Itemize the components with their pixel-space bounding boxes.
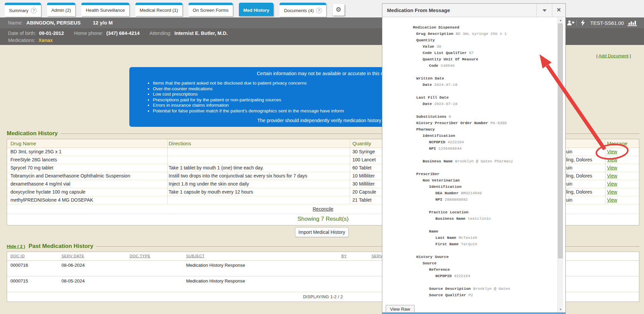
lightning-icon[interactable] (581, 17, 585, 28)
tab-label: On Screen Forms (193, 8, 229, 13)
field-value: Tarquin (461, 242, 477, 246)
dialog-scrollbar[interactable] (557, 17, 563, 312)
prescriber-cell: uin (566, 181, 572, 187)
dialog-title: Medication From Message (387, 4, 450, 17)
col-subject[interactable]: SUBJECT (186, 254, 205, 258)
help-icon[interactable] (316, 8, 322, 13)
field-label: Written Date (416, 76, 444, 81)
scroll-up-icon[interactable] (558, 17, 563, 23)
drug-name-cell: Sprycel 70 mg tablet (10, 165, 53, 170)
dob-value: 09-01-2012 (39, 31, 64, 36)
col-by[interactable]: BY (341, 254, 347, 258)
scrollbar-thumb[interactable] (558, 23, 563, 258)
quantity-cell: 20 Capsule (352, 189, 376, 195)
dob-label: Date of birth: (8, 31, 36, 36)
field-label: DEA Number (435, 191, 459, 195)
message-detail-content: Medication Dispensed Drug DescriptionBD … (382, 17, 557, 314)
medications-value[interactable]: Xanax (38, 38, 53, 43)
prescriber-cell: ling, Dolores (566, 189, 592, 195)
drug-name-cell: Tobramycin and Dexamethasone Ophthalmic … (10, 173, 130, 178)
field-value: P2 (468, 293, 473, 297)
field-value: 2888888882 (445, 197, 468, 202)
tab-health-surveillance[interactable]: Health Surveillance (81, 3, 129, 16)
help-icon[interactable] (31, 8, 37, 13)
field-label: NPI (429, 146, 436, 151)
column-divider (605, 139, 605, 204)
col-doc-type[interactable]: DOC TYPE (130, 254, 151, 258)
tab-med-history[interactable]: Med History (239, 3, 273, 16)
prescriber-cell: ling, Dolores (566, 157, 592, 162)
view-message-link[interactable]: View (607, 149, 617, 154)
view-message-link[interactable]: View (607, 165, 617, 170)
field-value: 4222154 (454, 274, 470, 278)
field-label: Date (423, 83, 432, 87)
field-label: Name (429, 229, 438, 233)
field-label: Last Name (435, 235, 456, 240)
col-directions: Directions (169, 141, 191, 146)
field-label: Pharmacy (416, 127, 435, 132)
field-value: BD 3mL syringe 25G x 1 (456, 32, 507, 36)
drug-name-cell: BD 3mL syringe 25G x 1 (10, 149, 61, 154)
doc-id-cell: 0000716 (10, 263, 28, 268)
col-doc-id[interactable]: DOC ID (10, 254, 25, 258)
field-value: Brooklyn @ Gates (473, 286, 510, 291)
col-quantity: Quantity (352, 141, 371, 146)
subject-cell: Medication History Response (186, 263, 245, 268)
field-label: NPI (435, 197, 442, 202)
col-drug-name: Drug Name (10, 141, 36, 146)
name-label: Name: (8, 20, 23, 25)
reconcile-link[interactable]: Reconcile (313, 206, 333, 212)
tab-summary[interactable]: Summary (5, 3, 41, 17)
field-label: Substitutions (416, 114, 446, 119)
quantity-cell: 10 Milliliter (352, 173, 375, 178)
directions-cell: Inject 1.8 mg under the skin once daily (169, 181, 249, 187)
tab-label: Med History (243, 8, 269, 13)
dialog-titlebar: Medication From Message (382, 4, 565, 17)
field-label: Identification (423, 134, 455, 138)
field-label: Medication Dispensed (413, 25, 459, 30)
field-label: Last Fill Date (416, 95, 449, 100)
view-message-link[interactable]: View (607, 157, 617, 162)
tab-admin[interactable]: Admin (2) (47, 3, 76, 16)
view-message-link[interactable]: View (607, 189, 617, 195)
field-label: Identification (429, 185, 462, 189)
column-divider (350, 139, 350, 204)
field-label: Date (423, 102, 432, 106)
field-value: C48540 (441, 63, 455, 68)
field-value: 4222154 (447, 140, 464, 144)
field-value: 2024-07-18 (434, 102, 458, 106)
serv-date-cell: 08-05-2024 (61, 278, 85, 283)
chevron-down-icon[interactable] (536, 4, 552, 17)
tab-documents[interactable]: Documents (4) (280, 3, 326, 17)
drug-name-cell: dexamethasone 4 mg/ml vial (10, 181, 70, 187)
close-icon[interactable] (552, 4, 565, 17)
tab-on-screen-forms[interactable]: On Screen Forms (188, 3, 233, 16)
quantity-cell: 100 Lancet (352, 157, 376, 162)
field-value: testclinic (468, 216, 491, 221)
hide-link[interactable]: Hide ( 2 ) (7, 244, 25, 249)
view-message-link[interactable]: View (607, 181, 617, 187)
field-label: Quantity Unit Of Measure (423, 57, 478, 61)
field-label: Non Veterinarian (423, 178, 460, 182)
toolbar-divider (576, 20, 577, 26)
add-person-icon[interactable] (566, 17, 574, 28)
drug-name-cell: doxycycline hyclate 100 mg capsule (10, 189, 85, 195)
field-value: 87 (469, 51, 474, 55)
message-line: Medication Dispensed (390, 21, 557, 27)
view-message-link[interactable]: View (607, 197, 617, 203)
quantity-cell: 21 Tablet (352, 197, 372, 203)
add-document-area: | Add Document | (596, 53, 631, 58)
col-serv-date[interactable]: SERV DATE (61, 254, 84, 258)
tab-label: Health Surveillance (86, 8, 125, 13)
chart-icon[interactable] (628, 17, 638, 28)
field-value: 0 (449, 114, 451, 119)
import-medical-history-button[interactable]: Import Medical History (295, 227, 349, 237)
view-message-link[interactable]: View (607, 173, 617, 178)
scroll-down-icon[interactable] (558, 307, 563, 312)
tab-medical-record[interactable]: Medical Record (1) (135, 3, 182, 16)
attending-label: Attending: (149, 31, 171, 36)
header-toolbar: TEST-SS61.00 (566, 17, 644, 28)
gear-icon[interactable] (332, 4, 345, 16)
add-document-link[interactable]: Add Document (599, 53, 629, 58)
field-value: BM3214549 (461, 191, 482, 195)
